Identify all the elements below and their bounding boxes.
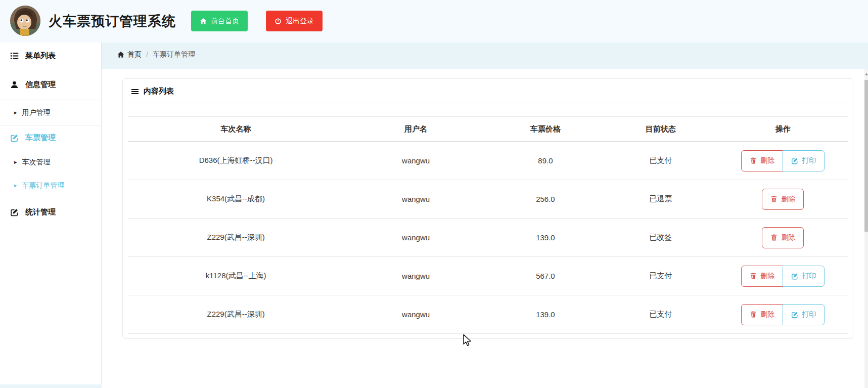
cell-status: 已改签 — [603, 219, 718, 257]
print-button[interactable]: 打印 — [783, 150, 825, 171]
cell-status: 已支付 — [603, 295, 718, 334]
column-header-price: 车票价格 — [488, 117, 603, 142]
home-icon — [117, 51, 124, 58]
breadcrumb-home-link[interactable]: 首页 — [117, 50, 142, 59]
avatar-image — [10, 6, 40, 36]
edit-icon — [791, 273, 798, 280]
cell-status: 已支付 — [603, 142, 718, 180]
cell-train-name: K354(武昌--成都) — [128, 180, 344, 219]
trash-icon — [750, 273, 757, 280]
sidebar-item-ticket-management[interactable]: 车票管理 — [0, 125, 101, 150]
trash-icon — [750, 311, 757, 318]
cell-price: 567.0 — [488, 257, 603, 295]
cell-username: wangwu — [344, 142, 488, 180]
user-icon — [10, 80, 19, 89]
cell-price: 139.0 — [488, 295, 603, 334]
cell-train-name: Z229(武昌--深圳) — [128, 295, 344, 334]
cell-train-name: k1128(武昌--上海) — [128, 257, 344, 295]
table-row: K354(武昌--成都) wangwu 256.0 已退票 删除 — [128, 180, 848, 219]
trash-icon — [770, 234, 778, 241]
breadcrumb-current: 车票订单管理 — [153, 50, 195, 59]
table-row: Z229(武昌--深圳) wangwu 139.0 已支付 删除 — [128, 295, 848, 334]
list-icon — [10, 52, 19, 60]
orders-table: 车次名称 用户名 车票价格 目前状态 操作 D636(上海虹桥--汉口) wan… — [128, 116, 848, 334]
table-row: Z229(武昌--深圳) wangwu 139.0 已改签 删除 — [128, 219, 848, 257]
home-icon — [200, 18, 207, 25]
breadcrumb: 首页 / 车票订单管理 — [117, 49, 195, 61]
front-home-button[interactable]: 前台首页 — [191, 11, 248, 31]
table-row: D636(上海虹桥--汉口) wangwu 89.0 已支付 删除 — [128, 142, 848, 180]
delete-button[interactable]: 删除 — [741, 304, 783, 325]
sidebar-item-info-management[interactable]: 信息管理 — [0, 69, 101, 100]
trash-icon — [770, 196, 778, 203]
top-header-bar: 火车票预订管理系统 前台首页 退出登录 — [0, 0, 868, 42]
page-title: 火车票预订管理系统 — [49, 0, 176, 42]
scrollbar-up-arrow[interactable] — [865, 73, 868, 75]
edit-icon — [791, 311, 798, 318]
sidebar-item-ticket-order-management[interactable]: ▸ 车票订单管理 — [0, 174, 101, 197]
row-action-group: 删除 打印 — [741, 304, 825, 325]
content-panel: 内容列表 车次名称 用户名 车票价格 目前状态 操作 — [122, 78, 853, 339]
avatar — [10, 6, 40, 36]
cell-username: wangwu — [344, 180, 488, 219]
column-header-status: 目前状态 — [603, 117, 718, 142]
table-row: k1128(武昌--上海) wangwu 567.0 已支付 删除 — [128, 257, 848, 295]
cell-username: wangwu — [344, 257, 488, 295]
delete-button[interactable]: 删除 — [762, 189, 804, 210]
column-header-train: 车次名称 — [128, 117, 344, 142]
trash-icon — [750, 157, 757, 164]
column-header-actions: 操作 — [718, 117, 848, 142]
cell-train-name: Z229(武昌--深圳) — [128, 219, 344, 257]
cell-price: 139.0 — [488, 219, 603, 257]
cell-price: 89.0 — [488, 142, 603, 180]
bars-icon — [131, 88, 139, 96]
cell-username: wangwu — [344, 295, 488, 334]
sidebar-item-train-management[interactable]: ▸ 车次管理 — [0, 150, 101, 174]
sidebar: 菜单列表 信息管理 ▸ 用户管理 车票管理 ▸ 车次管理 ▸ 车票订单管理 — [0, 42, 102, 384]
sidebar-menu-title: 菜单列表 — [0, 42, 101, 69]
edit-icon — [791, 157, 798, 164]
panel-body: 车次名称 用户名 车票价格 目前状态 操作 D636(上海虹桥--汉口) wan… — [123, 104, 853, 334]
sidebar-item-user-management[interactable]: ▸ 用户管理 — [0, 100, 101, 125]
delete-button[interactable]: 删除 — [741, 266, 783, 287]
caret-right-icon: ▸ — [14, 159, 17, 165]
breadcrumb-separator: / — [146, 51, 148, 59]
delete-button[interactable]: 删除 — [741, 150, 783, 171]
print-button[interactable]: 打印 — [783, 266, 825, 287]
edit-icon — [10, 134, 19, 142]
cell-status: 已支付 — [603, 257, 718, 295]
cell-price: 256.0 — [488, 180, 603, 219]
page: 火车票预订管理系统 前台首页 退出登录 首页 / 车票订单管理 — [0, 0, 868, 388]
row-action-group: 删除 打印 — [741, 266, 825, 287]
main-content-area: 内容列表 车次名称 用户名 车票价格 目前状态 操作 — [102, 69, 868, 388]
cell-username: wangwu — [344, 219, 488, 257]
table-header-row: 车次名称 用户名 车票价格 目前状态 操作 — [128, 117, 848, 142]
panel-header: 内容列表 — [123, 79, 853, 104]
column-header-user: 用户名 — [344, 117, 488, 142]
row-action-group: 删除 打印 — [741, 150, 825, 171]
logout-button[interactable]: 退出登录 — [266, 11, 323, 31]
sidebar-item-statistics-management[interactable]: 统计管理 — [0, 197, 101, 227]
print-button[interactable]: 打印 — [783, 304, 825, 325]
vertical-scrollbar[interactable] — [864, 69, 868, 388]
caret-right-icon: ▸ — [14, 183, 17, 188]
cell-status: 已退票 — [603, 180, 718, 219]
edit-icon — [10, 208, 19, 217]
delete-button[interactable]: 删除 — [762, 227, 804, 248]
scrollbar-thumb[interactable] — [864, 80, 868, 232]
caret-right-icon: ▸ — [14, 110, 17, 115]
cell-train-name: D636(上海虹桥--汉口) — [128, 142, 344, 180]
power-icon — [275, 18, 282, 25]
panel-title: 内容列表 — [144, 87, 174, 96]
